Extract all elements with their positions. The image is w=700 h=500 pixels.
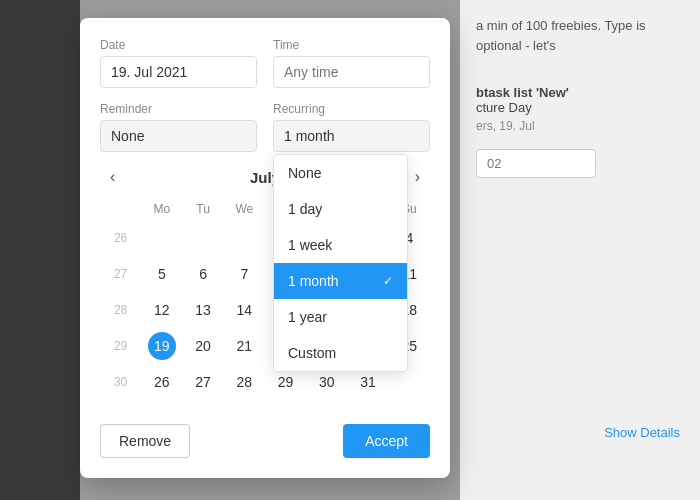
day-12[interactable]: 12 — [148, 296, 176, 324]
day-6[interactable]: 6 — [189, 260, 217, 288]
dropdown-item-1[interactable]: 1 day — [274, 191, 407, 227]
calendar-day[interactable]: 12 — [141, 292, 182, 328]
day-13[interactable]: 13 — [189, 296, 217, 324]
calendar-day[interactable]: 21 — [224, 328, 265, 364]
reminder-label: Reminder — [100, 102, 257, 116]
next-month-button[interactable]: › — [409, 166, 426, 188]
prev-month-button[interactable]: ‹ — [104, 166, 121, 188]
day-14[interactable]: 14 — [230, 296, 258, 324]
dropdown-item-3[interactable]: 1 month✓ — [274, 263, 407, 299]
calendar-day[interactable]: 20 — [183, 328, 224, 364]
task-info: btask list 'New' cture Day ers, 19. Jul — [476, 85, 684, 133]
date-group: Date — [100, 38, 257, 88]
dropdown-item-0[interactable]: None — [274, 155, 407, 191]
cal-weekday-mo: Mo — [141, 198, 182, 220]
dropdown-item-5[interactable]: Custom — [274, 335, 407, 371]
right-panel-text: a min of 100 freebies. Type is optional … — [476, 16, 684, 55]
recurring-select[interactable]: 1 month — [273, 120, 430, 152]
calendar-day[interactable]: 28 — [224, 364, 265, 400]
day-5[interactable]: 5 — [148, 260, 176, 288]
calendar-day — [141, 220, 182, 256]
week-number: 26 — [100, 220, 141, 256]
dropdown-item-2[interactable]: 1 week — [274, 227, 407, 263]
calendar-day[interactable]: 7 — [224, 256, 265, 292]
week-number: 28 — [100, 292, 141, 328]
time-label: Time — [273, 38, 430, 52]
right-input-area[interactable] — [476, 149, 684, 178]
day-20[interactable]: 20 — [189, 332, 217, 360]
calendar-day[interactable]: 6 — [183, 256, 224, 292]
remove-button[interactable]: Remove — [100, 424, 190, 458]
day-26[interactable]: 26 — [148, 368, 176, 396]
calendar-day — [183, 220, 224, 256]
date-input[interactable] — [100, 56, 257, 88]
week-number: 29 — [100, 328, 141, 364]
calendar-day[interactable]: 14 — [224, 292, 265, 328]
day-27[interactable]: 27 — [189, 368, 217, 396]
date-label: Date — [100, 38, 257, 52]
day-31[interactable]: 31 — [354, 368, 382, 396]
right-panel: a min of 100 freebies. Type is optional … — [460, 0, 700, 500]
time-input[interactable] — [273, 56, 430, 88]
modal-footer: Remove Accept — [100, 414, 430, 458]
recurring-dropdown-container: 1 month None1 day1 week1 month✓1 yearCus… — [273, 120, 430, 152]
calendar-day[interactable]: 13 — [183, 292, 224, 328]
time-group: Time — [273, 38, 430, 88]
recurring-label: Recurring — [273, 102, 430, 116]
calendar-day[interactable]: 19 — [141, 328, 182, 364]
accept-button[interactable]: Accept — [343, 424, 430, 458]
day-21[interactable]: 21 — [230, 332, 258, 360]
day-19[interactable]: 19 — [148, 332, 176, 360]
day-7[interactable]: 7 — [230, 260, 258, 288]
recurring-dropdown-menu: None1 day1 week1 month✓1 yearCustom — [273, 154, 408, 372]
show-details-link[interactable]: Show Details — [604, 425, 680, 440]
date-time-modal: Date Time Reminder None Recurring 1 mont… — [80, 18, 450, 478]
reminder-recurring-row: Reminder None Recurring 1 month None1 da… — [100, 102, 430, 152]
cal-weekday-tu: Tu — [183, 198, 224, 220]
cal-weekday-we: We — [224, 198, 265, 220]
week-number: 27 — [100, 256, 141, 292]
date-time-row: Date Time — [100, 38, 430, 88]
recurring-group: Recurring 1 month None1 day1 week1 month… — [273, 102, 430, 152]
calendar-day[interactable]: 5 — [141, 256, 182, 292]
dropdown-item-4[interactable]: 1 year — [274, 299, 407, 335]
reminder-group: Reminder None — [100, 102, 257, 152]
calendar-day[interactable]: 26 — [141, 364, 182, 400]
left-sidebar — [0, 0, 80, 500]
week-number: 30 — [100, 364, 141, 400]
day-30[interactable]: 30 — [313, 368, 341, 396]
day-28[interactable]: 28 — [230, 368, 258, 396]
day-29[interactable]: 29 — [272, 368, 300, 396]
calendar-day[interactable]: 27 — [183, 364, 224, 400]
reminder-select[interactable]: None — [100, 120, 257, 152]
right-panel-input[interactable] — [476, 149, 596, 178]
calendar-day — [224, 220, 265, 256]
